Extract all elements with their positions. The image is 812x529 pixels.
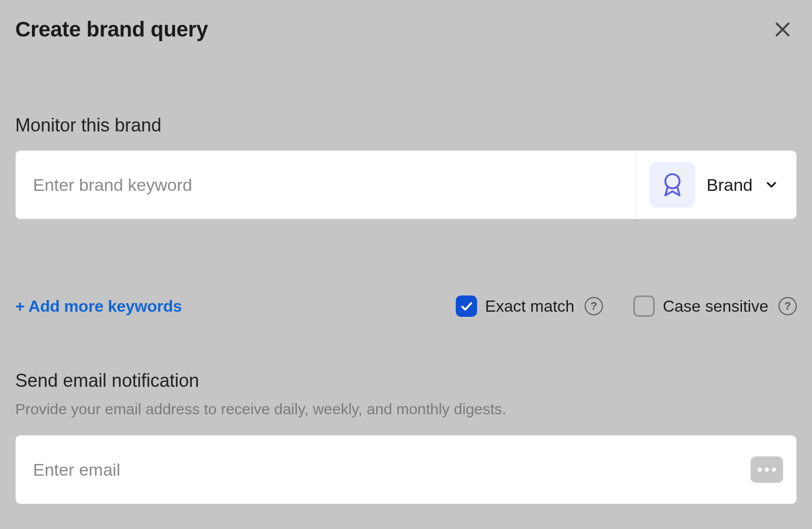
exact-match-checkbox[interactable] <box>456 295 477 317</box>
ellipsis-icon <box>758 468 762 472</box>
keyword-type-label: Brand <box>706 175 753 195</box>
email-section-description: Provide your email address to receive da… <box>15 401 797 418</box>
case-sensitive-help[interactable]: ? <box>779 297 797 315</box>
ribbon-icon <box>658 171 687 199</box>
case-sensitive-group: Case sensitive ? <box>633 295 797 317</box>
keyword-options-row: + Add more keywords Exact match ? Case s… <box>15 295 797 317</box>
monitor-brand-section: Monitor this brand Brand <box>15 115 797 219</box>
add-more-keywords-link[interactable]: + Add more keywords <box>15 297 182 316</box>
create-brand-query-panel: Create brand query Monitor this brand Br… <box>0 0 812 529</box>
ellipsis-icon <box>765 468 769 472</box>
panel-title: Create brand query <box>15 17 208 42</box>
close-button[interactable] <box>768 15 797 44</box>
keyword-type-dropdown[interactable]: Brand <box>636 151 796 219</box>
exact-match-label: Exact match <box>485 297 574 316</box>
brand-keyword-input[interactable] <box>16 151 636 219</box>
ellipsis-icon <box>772 468 776 472</box>
monitor-brand-label: Monitor this brand <box>15 115 797 136</box>
panel-header: Create brand query <box>15 15 797 44</box>
help-icon: ? <box>784 300 791 313</box>
email-input[interactable] <box>33 460 751 480</box>
email-section-title: Send email notification <box>15 370 797 391</box>
case-sensitive-label: Case sensitive <box>663 297 768 316</box>
brand-keyword-row: Brand <box>15 150 797 219</box>
exact-match-group: Exact match ? <box>456 295 603 317</box>
case-sensitive-checkbox[interactable] <box>633 295 655 317</box>
check-icon <box>459 299 473 313</box>
chevron-down-icon <box>764 177 779 192</box>
ribbon-badge <box>650 162 695 208</box>
email-notification-section: Send email notification Provide your ema… <box>15 370 797 504</box>
email-more-button[interactable] <box>751 456 783 483</box>
exact-match-help[interactable]: ? <box>585 297 603 315</box>
close-icon <box>772 19 793 40</box>
email-input-row <box>15 435 797 504</box>
help-icon: ? <box>590 300 597 313</box>
